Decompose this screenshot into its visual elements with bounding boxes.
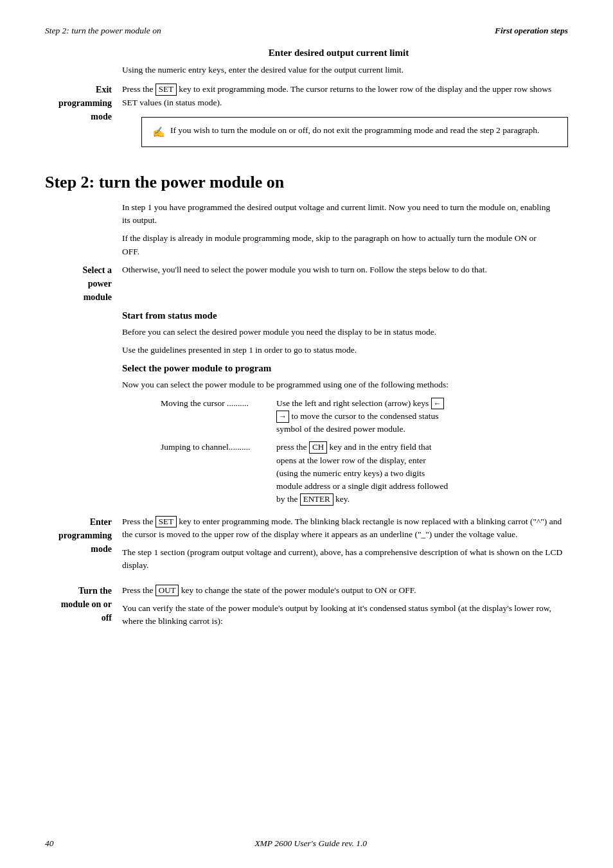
jumping-line1: press the CH key and in the entry field … [276, 441, 555, 454]
turn-module-text2: You can verify the state of the power mo… [122, 602, 568, 628]
exit-label-mid: programming [45, 96, 112, 110]
select-program-section: Select the power module to program Now y… [122, 363, 555, 506]
jumping-line2: opens at the lower row of the display, e… [276, 454, 555, 467]
jumping-line5: by the ENTER key. [276, 493, 555, 506]
select-program-heading: Select the power module to program [122, 363, 555, 374]
turn-label-top: Turn the [45, 584, 112, 598]
ch-key: CH [309, 441, 327, 454]
header-left: Step 2: turn the power module on [45, 26, 161, 36]
step2-para2: If the display is already in module prog… [122, 232, 555, 258]
moving-desc: Use the left and right selection (arrow)… [276, 397, 555, 436]
methods-table: Moving the cursor .......... Use the lef… [161, 397, 555, 506]
step2-heading: Step 2: turn the power module on [45, 173, 568, 192]
select-power-section: Select a power module Otherwise, you'll … [45, 263, 568, 304]
turn-module-section: Turn the module on or off Press the OUT … [45, 584, 568, 633]
step2-para1: In step 1 you have programmed the desire… [122, 201, 555, 227]
select-power-label: Select a power module [45, 263, 122, 304]
turn-module-text1: Press the OUT key to change the state of… [122, 584, 568, 597]
step2-intro: In step 1 you have programmed the desire… [122, 201, 555, 258]
jumping-line4: module address or a single digit address… [276, 480, 555, 493]
page-footer: 40 XMP 2600 User's Guide rev. 1.0 [45, 838, 568, 849]
arrow-left-key: ← [431, 398, 444, 410]
exit-label-bot: mode [45, 110, 112, 123]
jumping-label: Jumping to channel.......... [161, 441, 276, 506]
turn-label-mid: module on or [45, 598, 112, 611]
enter-programming2-text2: The step 1 section (program output volta… [122, 546, 568, 572]
note-text: If you wish to turn the module on or off… [170, 124, 540, 137]
page-header: Step 2: turn the power module on First o… [45, 26, 568, 36]
method-jumping: Jumping to channel.......... press the C… [161, 441, 555, 506]
exit-programming-label: Exit programming mode [45, 83, 122, 155]
select-label-mid: power [45, 277, 112, 290]
status-mode-para1: Before you can select the desired power … [122, 326, 555, 339]
turn-module-label: Turn the module on or off [45, 584, 122, 633]
set-key2: SET [155, 516, 177, 528]
moving-label-text: Moving the cursor .......... [161, 398, 249, 408]
jumping-label-text: Jumping to channel.......... [161, 442, 250, 452]
select-label-top: Select a [45, 263, 112, 277]
footer-title: XMP 2600 User's Guide rev. 1.0 [254, 838, 367, 849]
select-program-intro: Now you can select the power module to b… [122, 378, 555, 391]
page: Step 2: turn the power module on First o… [0, 0, 613, 868]
exit-programming-content: Press the SET key to exit programming mo… [122, 83, 568, 155]
enter-programming2-text1: Press the SET key to enter programming m… [122, 515, 568, 542]
enter-current-heading: Enter desired output current limit [122, 48, 555, 58]
moving-desc-text2: to move the cursor to the condensed stat… [291, 411, 438, 421]
enter-label-top: Enter [45, 515, 112, 529]
enter-label-bot: mode [45, 542, 112, 556]
jumping-desc: press the CH key and in the entry field … [276, 441, 555, 506]
arrow-right-key: → [276, 411, 289, 423]
turn-label-bot: off [45, 611, 112, 624]
moving-desc-line1: Use the left and right selection (arrow)… [276, 397, 555, 410]
status-mode-section: Start from status mode Before you can se… [122, 310, 555, 357]
moving-desc-line2: → to move the cursor to the condensed st… [276, 410, 555, 423]
note-box: ✍ If you wish to turn the module on or o… [141, 117, 568, 147]
set-key: SET [155, 84, 177, 96]
select-label-bot: module [45, 290, 112, 304]
enter-programming2-content: Press the SET key to enter programming m… [122, 515, 568, 578]
enter-label-mid: programming [45, 529, 112, 542]
header-right: First operation steps [495, 26, 568, 36]
jumping-line3: (using the numeric entry keys) a two dig… [276, 467, 555, 480]
note-box-inner: ✍ If you wish to turn the module on or o… [152, 124, 557, 140]
status-mode-heading: Start from status mode [122, 310, 555, 321]
page-number: 40 [45, 838, 54, 849]
section-enter-current: Enter desired output current limit Using… [122, 48, 555, 76]
enter-programming2-section: Enter programming mode Press the SET key… [45, 515, 568, 578]
exit-programming-section: Exit programming mode Press the SET key … [45, 83, 568, 155]
select-power-text: Otherwise, you'll need to select the pow… [122, 263, 568, 276]
exit-label-top: Exit [45, 83, 112, 96]
turn-module-content: Press the OUT key to change the state of… [122, 584, 568, 633]
moving-label: Moving the cursor .......... [161, 397, 276, 436]
note-icon: ✍ [152, 125, 165, 140]
exit-programming-text: Press the SET key to exit programming mo… [122, 83, 568, 109]
status-mode-para2: Use the guidelines presented in step 1 i… [122, 344, 555, 357]
out-key: OUT [155, 585, 179, 597]
enter-programming2-label: Enter programming mode [45, 515, 122, 578]
select-power-content: Otherwise, you'll need to select the pow… [122, 263, 568, 304]
enter-key: ENTER [300, 493, 333, 506]
moving-desc-line3: symbol of the desired power module. [276, 423, 555, 436]
method-moving: Moving the cursor .......... Use the lef… [161, 397, 555, 436]
enter-current-body: Using the numeric entry keys, enter the … [122, 64, 555, 76]
